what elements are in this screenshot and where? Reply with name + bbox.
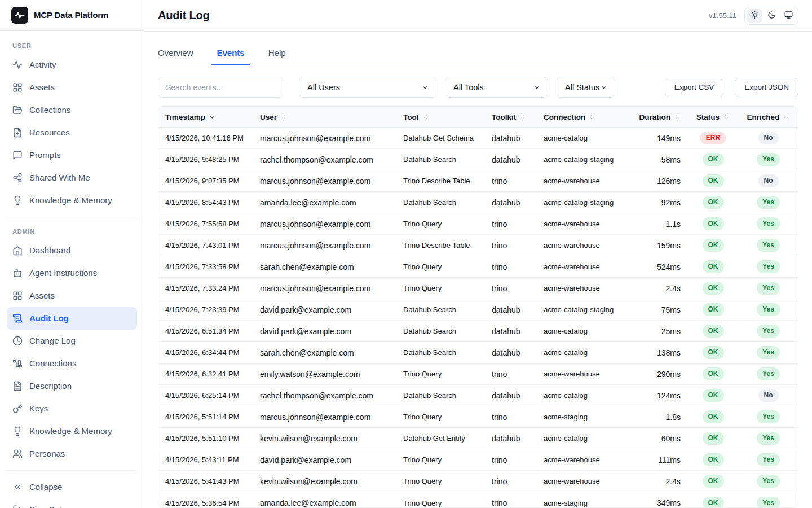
sidebar-item-resources[interactable]: Resources: [7, 121, 137, 144]
sidebar-item-agent-instructions[interactable]: Agent Instructions: [7, 262, 137, 284]
sort-icon: [674, 113, 681, 120]
theme-sun-button[interactable]: [747, 9, 762, 23]
sidebar-item-sign-out[interactable]: Sign Out: [7, 498, 137, 508]
column-header-tool[interactable]: Tool: [396, 113, 485, 121]
column-header-toolkit[interactable]: Toolkit: [485, 113, 537, 121]
cell-timestamp: 4/15/2026, 6:51:34 PM: [158, 327, 253, 335]
sidebar-item-collections[interactable]: Collections: [7, 99, 137, 121]
sidebar-item-keys[interactable]: Keys: [7, 397, 137, 420]
sidebar-item-audit-log[interactable]: Audit Log: [7, 307, 137, 330]
table-row: 4/15/2026, 7:23:39 PMdavid.park@example.…: [158, 299, 798, 321]
status-badge: OK: [703, 346, 724, 358]
cell-tool: Trino Query: [396, 284, 485, 292]
cell-enriched: Yes: [739, 410, 798, 423]
column-header-duration[interactable]: Duration: [632, 113, 687, 121]
sidebar-item-label: Description: [29, 381, 72, 391]
column-label: User: [260, 113, 277, 121]
home-icon: [12, 246, 23, 256]
chevrons-left-icon: [12, 482, 23, 492]
status-badge: OK: [703, 303, 724, 316]
tab-help[interactable]: Help: [268, 48, 286, 65]
export-json-button[interactable]: Export JSON: [735, 78, 798, 97]
export-csv-button[interactable]: Export CSV: [665, 78, 724, 97]
cell-user: marcus.johnson@example.com: [253, 413, 396, 422]
column-header-enriched[interactable]: Enriched: [739, 113, 798, 121]
table-row: 4/15/2026, 6:51:34 PMdavid.park@example.…: [158, 321, 798, 342]
sidebar-item-assets[interactable]: Assets: [7, 284, 137, 307]
sidebar-item-label: Connections: [29, 358, 76, 368]
sidebar-item-label: Audit Log: [29, 313, 69, 323]
table-row: 4/15/2026, 9:07:35 PMmarcus.johnson@exam…: [158, 170, 798, 192]
cell-user: marcus.johnson@example.com: [253, 284, 396, 293]
column-header-timestamp[interactable]: Timestamp: [158, 113, 253, 121]
theme-moon-button[interactable]: [764, 9, 779, 23]
enriched-badge: Yes: [757, 217, 780, 230]
cell-toolkit: datahub: [485, 198, 537, 207]
status-badge: OK: [703, 475, 724, 487]
sidebar-item-personas[interactable]: Personas: [7, 443, 137, 465]
search-input[interactable]: [158, 77, 283, 98]
sidebar-item-knowledge-memory[interactable]: Knowledge & Memory: [7, 420, 137, 443]
sidebar-item-shared-with-me[interactable]: Shared With Me: [7, 167, 137, 189]
sun-icon: [751, 11, 759, 21]
sidebar-item-change-log[interactable]: Change Log: [7, 330, 137, 352]
status-badge: OK: [703, 260, 724, 273]
enriched-badge: Yes: [757, 453, 780, 466]
column-header-connection[interactable]: Connection: [537, 113, 632, 121]
cell-status: OK: [687, 303, 739, 316]
column-header-status[interactable]: Status: [687, 113, 739, 121]
tab-overview[interactable]: Overview: [158, 48, 193, 65]
cell-timestamp: 4/15/2026, 10:41:16 PM: [158, 134, 253, 142]
sidebar-item-activity[interactable]: Activity: [7, 54, 137, 76]
header-right: v1.55.11: [709, 7, 798, 25]
cell-toolkit: trino: [485, 241, 537, 250]
status-badge: OK: [703, 153, 724, 165]
tab-events[interactable]: Events: [217, 48, 245, 65]
status-badge: OK: [703, 282, 724, 294]
cell-timestamp: 4/15/2026, 7:43:01 PM: [158, 241, 253, 249]
content: OverviewEventsHelp All Users All Tools A…: [144, 32, 812, 508]
status-badge: OK: [703, 217, 724, 230]
status-filter-select[interactable]: All Status: [557, 77, 615, 98]
sort-icon: [589, 113, 595, 120]
sidebar-item-knowledge-memory[interactable]: Knowledge & Memory: [7, 189, 137, 212]
status-badge: OK: [703, 196, 724, 208]
cell-enriched: No: [739, 389, 798, 401]
cell-status: OK: [687, 475, 739, 487]
cell-connection: acme-warehouse: [537, 241, 632, 249]
status-badge: OK: [703, 174, 724, 187]
cell-status: OK: [687, 346, 739, 358]
cell-status: OK: [687, 153, 739, 165]
cell-user: david.park@example.com: [253, 456, 396, 465]
status-badge: OK: [703, 239, 724, 251]
sidebar-item-label: Assets: [29, 82, 55, 92]
enriched-badge: Yes: [757, 410, 780, 423]
version-label: v1.55.11: [709, 11, 736, 20]
sidebar-item-label: Sign Out: [29, 505, 62, 508]
cell-duration: 75ms: [632, 305, 687, 314]
cell-connection: acme-catalog: [537, 327, 632, 335]
sidebar-item-assets[interactable]: Assets: [7, 76, 137, 99]
table-row: 4/15/2026, 5:51:14 PMmarcus.johnson@exam…: [158, 406, 798, 428]
cell-timestamp: 4/15/2026, 5:43:11 PM: [158, 456, 253, 464]
cell-timestamp: 4/15/2026, 9:48:25 PM: [158, 155, 253, 164]
sidebar-item-collapse[interactable]: Collapse: [7, 476, 137, 498]
tools-filter-select[interactable]: All Tools: [445, 77, 548, 98]
main-header: Audit Log v1.55.11: [144, 0, 812, 32]
cell-enriched: Yes: [739, 453, 798, 466]
cell-connection: acme-warehouse: [537, 477, 632, 485]
cell-tool: Datahub Search: [396, 391, 485, 400]
enriched-badge: Yes: [757, 475, 780, 487]
enriched-badge: Yes: [757, 432, 780, 444]
theme-monitor-button[interactable]: [780, 9, 796, 23]
sidebar-item-connections[interactable]: Connections: [7, 352, 137, 375]
sidebar-item-prompts[interactable]: Prompts: [7, 144, 137, 167]
sidebar-item-label: Activity: [29, 60, 56, 69]
status-badge: OK: [703, 367, 724, 380]
sidebar-item-dashboard[interactable]: Dashboard: [7, 239, 137, 262]
sidebar-item-description[interactable]: Description: [7, 375, 137, 397]
cell-timestamp: 4/15/2026, 6:25:14 PM: [158, 391, 253, 400]
users-filter-select[interactable]: All Users: [299, 77, 436, 98]
column-header-user[interactable]: User: [253, 113, 396, 121]
cell-timestamp: 4/15/2026, 5:51:10 PM: [158, 434, 253, 443]
